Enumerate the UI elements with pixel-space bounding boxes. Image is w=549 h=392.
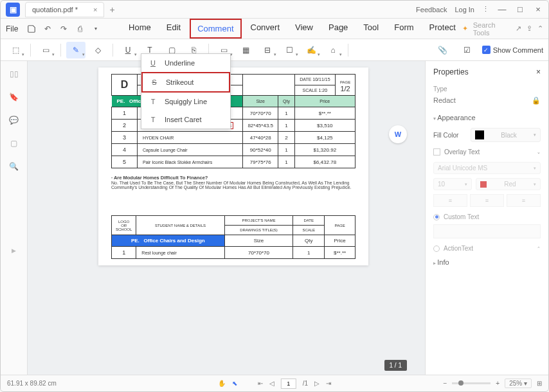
select-tool[interactable]: ⬚	[6, 42, 25, 58]
action-text-radio[interactable]	[433, 245, 440, 252]
prev-page-icon[interactable]: ◁	[269, 380, 274, 387]
word-convert-icon[interactable]: W	[389, 125, 407, 143]
caret-icon: T	[148, 116, 158, 123]
tab-view[interactable]: View	[289, 19, 320, 39]
chevron-up-icon[interactable]: ⌃	[537, 246, 541, 251]
faq-question: · Are Modular Homes Difficult To Finance…	[111, 175, 356, 181]
print-icon[interactable]: ⎙	[73, 22, 87, 36]
feedback-link[interactable]: Feedback	[416, 6, 447, 13]
section-header-blue: PE. Office Chairs and Design	[112, 235, 225, 247]
attach-tool[interactable]: ⌂	[323, 42, 343, 58]
collapse-ribbon-icon[interactable]: ⌃	[537, 24, 543, 33]
underline-icon: U	[148, 59, 158, 67]
table-row: 5Pair Iconic Black Stokke Armchairs79*75…	[112, 156, 356, 168]
info-section[interactable]: Info	[433, 258, 541, 266]
next-page-icon[interactable]: ▷	[314, 380, 320, 387]
expand-sidebar-icon[interactable]: ▶	[12, 247, 16, 254]
tab-home[interactable]: Home	[122, 19, 158, 39]
font-color-select[interactable]: Red▾	[476, 178, 541, 190]
undo-icon[interactable]: ↶	[40, 22, 54, 36]
th-size: Size	[243, 96, 278, 107]
align-center-button[interactable]: ≡	[470, 194, 504, 207]
underline-tool[interactable]: U	[118, 42, 138, 58]
th-scale2: SCALE	[293, 226, 325, 235]
zoom-out-icon[interactable]: −	[444, 380, 447, 387]
maximize-button[interactable]: □	[515, 4, 525, 14]
separator	[113, 44, 113, 57]
comment-toolbar: ⬚ ▭ ✎ ◇ U T ▢ ⎘ ▭ ▦ ⊟ ☐ ✍ ⌂ 📎 ☑ ✓ Show C…	[1, 39, 548, 61]
open-external-icon[interactable]: ↗	[516, 24, 521, 33]
chevron-down-icon: ▾	[534, 132, 536, 138]
search-panel-icon[interactable]: 🔍	[8, 160, 21, 173]
tab-tool[interactable]: Tool	[357, 19, 385, 39]
lock-icon: 🔒	[532, 96, 541, 105]
new-tab-button[interactable]: +	[109, 4, 114, 15]
close-panel-icon[interactable]: ×	[536, 67, 541, 76]
select-tool-icon[interactable]: ⬉	[232, 380, 237, 387]
tab-convert[interactable]: Convert	[244, 19, 287, 39]
measure-tool[interactable]: ⊟	[258, 42, 277, 58]
zoom-slider[interactable]	[452, 382, 491, 384]
fit-page-icon[interactable]: ⊞	[537, 380, 542, 387]
print-dropdown-icon[interactable]: ▾	[89, 22, 103, 36]
eraser-tool[interactable]: ◇	[88, 42, 107, 58]
share-icon[interactable]: ⇪	[526, 24, 532, 33]
th-scale: SCALE 1:20	[294, 85, 336, 96]
dropdown-strikeout[interactable]: SStrikeout	[141, 72, 230, 93]
minimize-button[interactable]: —	[497, 4, 507, 14]
tab-protect[interactable]: Protect	[423, 19, 462, 39]
dropdown-caret[interactable]: TInsert Caret	[141, 111, 230, 129]
redo-icon[interactable]: ↷	[57, 22, 71, 36]
file-menu[interactable]: File	[6, 24, 18, 33]
first-page-icon[interactable]: ⇤	[258, 380, 263, 387]
tab-form[interactable]: Form	[388, 19, 420, 39]
note-tool[interactable]: ▭	[36, 42, 55, 58]
search-tools-input[interactable]: Search Tools	[473, 21, 510, 37]
tab-comment[interactable]: Comment	[190, 19, 241, 39]
dropdown-underline[interactable]: UUnderline	[141, 54, 230, 72]
stamp-tool[interactable]: ☐	[280, 42, 299, 58]
page-number-input[interactable]	[281, 379, 296, 389]
login-link[interactable]: Log In	[455, 6, 474, 13]
tab-edit[interactable]: Edit	[160, 19, 187, 39]
color-swatch-icon	[475, 130, 484, 139]
align-left-button[interactable]: ≡	[433, 194, 467, 207]
font-size-select[interactable]: 10▾	[433, 178, 472, 190]
zoom-value[interactable]: 25% ▾	[505, 379, 532, 388]
table-row: 4Capsule Lounge Chair90*52*401$1,320.92	[112, 144, 356, 156]
shape-area-tool[interactable]: ▦	[236, 42, 255, 58]
fill-color-select[interactable]: Black ▾	[471, 128, 541, 142]
tab-page[interactable]: Page	[322, 19, 354, 39]
search-wand-icon[interactable]: ✦	[462, 24, 468, 33]
pencil-tool[interactable]: ✎	[66, 42, 86, 58]
text-markup-dropdown: UUnderline SStrikeout TSquiggly Line TIn…	[141, 53, 231, 129]
kebab-menu-icon[interactable]: ⋮	[482, 5, 489, 13]
close-window-button[interactable]: ×	[533, 4, 543, 14]
dropdown-squiggly[interactable]: TSquiggly Line	[141, 93, 230, 111]
table-row: 1Rest lounge chair70*70*701$**.**	[112, 247, 356, 259]
save-icon[interactable]	[24, 22, 38, 36]
tab-close-icon[interactable]: ×	[93, 6, 97, 13]
hand-tool-icon[interactable]: ✋	[218, 380, 226, 387]
zoom-in-icon[interactable]: +	[496, 380, 500, 387]
custom-text-input[interactable]	[433, 224, 541, 238]
attachment-panel-icon[interactable]: ▢	[8, 137, 21, 150]
comment-panel-icon[interactable]: 💬	[8, 114, 21, 127]
properties-panel: Properties × Type Redact 🔒 Appearance Fi…	[425, 61, 548, 382]
thumbnails-icon[interactable]: ▯▯	[8, 67, 21, 80]
show-comment-toggle[interactable]: ✓ Show Comment	[482, 46, 543, 54]
quotation-table-2: LOGO OR SCHOOL STUDENT NAME & DETAILS PR…	[111, 215, 356, 259]
bookmark-icon[interactable]: 🔖	[8, 91, 21, 103]
signature-tool[interactable]: ✍	[302, 42, 321, 58]
custom-text-radio[interactable]	[433, 214, 440, 220]
align-right-button[interactable]: ≡	[507, 194, 541, 207]
attachment-icon[interactable]: 📎	[433, 42, 453, 58]
comment-list-icon[interactable]: ☑	[458, 42, 477, 58]
document-tab[interactable]: quotation.pdf * ×	[25, 2, 104, 17]
properties-title: Properties	[433, 67, 469, 76]
last-page-icon[interactable]: ⇥	[326, 380, 331, 387]
overlay-checkbox[interactable]	[433, 148, 440, 156]
appearance-section[interactable]: Appearance	[433, 114, 541, 121]
chevron-down-icon[interactable]: ⌄	[537, 150, 541, 155]
font-select[interactable]: Arial Unicode MS▾	[433, 162, 541, 174]
